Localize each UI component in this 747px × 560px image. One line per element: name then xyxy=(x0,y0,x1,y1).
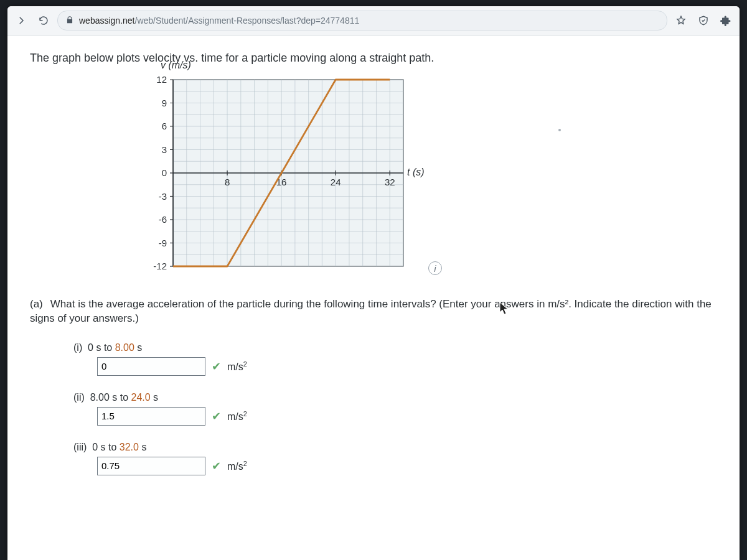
answer-row: ✔m/s2 xyxy=(97,407,717,426)
sub-range-post: s xyxy=(139,442,146,452)
svg-text:-3: -3 xyxy=(159,191,167,202)
svg-text:9: 9 xyxy=(162,98,167,108)
answer-unit: m/s2 xyxy=(227,460,247,472)
svg-text:-6: -6 xyxy=(159,214,167,225)
subquestion-head: (ii) 8.00 s to 24.0 s xyxy=(73,392,717,403)
svg-text:-12: -12 xyxy=(153,261,167,271)
sub-range-pre: 0 s to xyxy=(92,442,120,452)
answer-row: ✔m/s2 xyxy=(97,357,717,376)
svg-text:3: 3 xyxy=(162,144,167,155)
y-axis-label: v (m/s) xyxy=(161,60,191,71)
sub-range-post: s xyxy=(151,392,158,403)
sub-range-highlight: 8.00 xyxy=(115,342,134,353)
svg-text:8: 8 xyxy=(225,177,230,187)
sub-range-post: s xyxy=(134,342,142,353)
check-icon: ✔ xyxy=(212,360,221,373)
svg-text:-9: -9 xyxy=(159,238,167,248)
answer-input[interactable] xyxy=(97,457,205,475)
sub-range-highlight: 32.0 xyxy=(120,442,139,452)
reload-icon[interactable] xyxy=(35,12,52,29)
address-bar[interactable]: webassign.net/web/Student/Assignment-Res… xyxy=(57,11,667,30)
svg-text:24: 24 xyxy=(331,177,341,187)
answer-input[interactable] xyxy=(97,407,205,426)
svg-text:6: 6 xyxy=(162,121,167,131)
star-icon[interactable] xyxy=(672,12,690,29)
answer-unit: m/s2 xyxy=(227,410,247,422)
svg-text:32: 32 xyxy=(385,177,395,187)
answer-unit: m/s2 xyxy=(227,360,247,373)
check-icon: ✔ xyxy=(212,459,221,473)
speck xyxy=(558,129,561,131)
sub-range-highlight: 24.0 xyxy=(131,392,150,403)
sub-roman: (ii) xyxy=(73,392,85,403)
subquestion-3: (iii) 0 s to 32.0 s✔m/s2 xyxy=(73,442,717,475)
question-text: What is the average acceleration of the … xyxy=(30,298,712,324)
url-path: /web/Student/Assignment-Responses/last?d… xyxy=(135,16,360,26)
subquestion-2: (ii) 8.00 s to 24.0 s✔m/s2 xyxy=(73,392,717,426)
check-icon: ✔ xyxy=(212,409,221,423)
forward-icon[interactable] xyxy=(12,12,30,29)
chart-svg: 129630-3-6-9-128162432 xyxy=(136,73,422,279)
subquestion-1: (i) 0 s to 8.00 s✔m/s2 xyxy=(73,342,717,376)
question-a: (a) What is the average acceleration of … xyxy=(30,297,717,326)
page-content: The graph below plots velocity vs. time … xyxy=(7,35,740,560)
sub-roman: (i) xyxy=(73,342,82,353)
intro-text: The graph below plots velocity vs. time … xyxy=(30,52,717,65)
svg-text:0: 0 xyxy=(162,167,167,178)
info-icon[interactable]: i xyxy=(428,261,442,275)
answer-row: ✔m/s2 xyxy=(97,457,717,475)
answer-input[interactable] xyxy=(97,357,205,376)
url-domain: webassign.net xyxy=(79,16,135,26)
x-axis-label: t (s) xyxy=(407,167,425,178)
shield-check-icon[interactable] xyxy=(695,12,712,29)
subquestion-head: (iii) 0 s to 32.0 s xyxy=(73,442,717,453)
velocity-time-graph: v (m/s) 129630-3-6-9-128162432 t (s) i xyxy=(136,73,717,279)
svg-text:12: 12 xyxy=(156,74,167,85)
lock-icon xyxy=(65,16,74,26)
subquestion-head: (i) 0 s to 8.00 s xyxy=(73,342,717,353)
sub-range-pre: 0 s to xyxy=(88,342,115,353)
sub-roman: (iii) xyxy=(73,442,87,452)
question-label: (a) xyxy=(30,297,47,312)
sub-range-pre: 8.00 s to xyxy=(90,392,131,403)
browser-toolbar: webassign.net/web/Student/Assignment-Res… xyxy=(7,6,740,35)
extension-icon[interactable] xyxy=(717,12,735,29)
